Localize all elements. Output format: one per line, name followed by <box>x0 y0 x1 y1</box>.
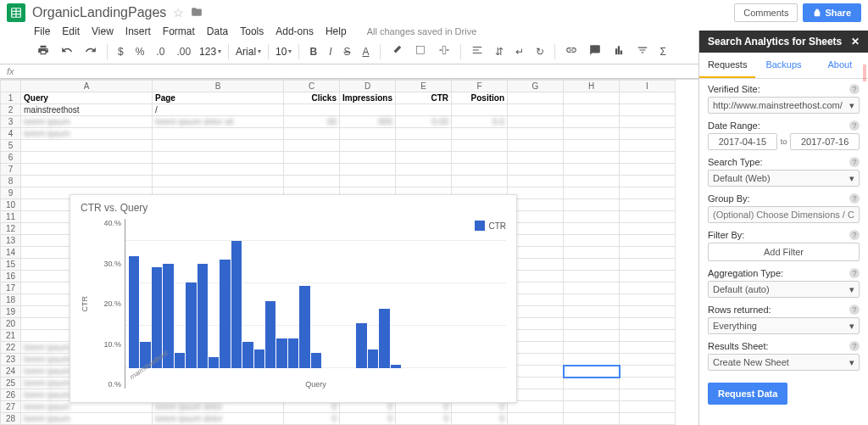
tab-about[interactable]: About <box>812 53 868 78</box>
folder-icon[interactable] <box>191 6 203 20</box>
chart-bar <box>311 353 321 368</box>
share-button[interactable]: Share <box>803 3 861 22</box>
scroll-indicator <box>863 64 866 81</box>
chart-bar <box>379 309 389 368</box>
chart-icon[interactable] <box>609 42 628 60</box>
rows-returned-select[interactable]: Everything ▾ <box>708 317 860 334</box>
comments-button[interactable]: Comments <box>734 3 798 22</box>
chart-bar <box>299 286 309 368</box>
col-header-b[interactable]: B <box>153 81 284 92</box>
link-icon[interactable] <box>562 42 581 60</box>
sidebar-tabs: Requests Backups About <box>699 53 868 79</box>
menu-help[interactable]: Help <box>326 25 347 37</box>
chart-yaxis: 40.% 30.% 20.% 10.% 0.% <box>91 219 125 389</box>
sheets-icon[interactable] <box>7 3 25 22</box>
chart-bar <box>254 350 264 368</box>
search-type-select[interactable]: Default (Web) ▾ <box>708 170 860 187</box>
add-filter-button[interactable]: Add Filter <box>708 243 860 261</box>
chart-bar <box>356 323 366 368</box>
help-icon[interactable]: ? <box>849 305 860 315</box>
chart-plot: mainstreethost Query <box>125 219 506 389</box>
col-header-i[interactable]: I <box>620 81 676 92</box>
col-header-f[interactable]: F <box>452 81 508 92</box>
help-icon[interactable]: ? <box>849 230 860 240</box>
borders-icon[interactable] <box>411 42 430 60</box>
italic-button[interactable]: I <box>326 44 335 59</box>
lock-icon <box>813 8 821 17</box>
menu-addons[interactable]: Add-ons <box>275 25 314 37</box>
menu-file[interactable]: File <box>34 25 50 37</box>
rotate-icon[interactable]: ↻ <box>532 44 548 59</box>
groupby-input[interactable] <box>708 206 860 223</box>
close-icon[interactable]: ✕ <box>851 36 860 48</box>
col-header-g[interactable]: G <box>508 81 564 92</box>
strike-button[interactable]: S <box>340 44 353 59</box>
help-icon[interactable]: ? <box>849 84 860 94</box>
valign-icon[interactable]: ⇵ <box>492 44 507 59</box>
dec-dec-button[interactable]: .0 <box>153 44 168 59</box>
chart-bar <box>265 301 275 368</box>
functions-icon[interactable]: Σ <box>657 44 670 59</box>
text-color-button[interactable]: A <box>359 44 373 59</box>
document-title[interactable]: OrganicLandingPages <box>32 5 166 20</box>
font-family-menu[interactable]: Arial ▾ <box>236 46 261 58</box>
title-row: OrganicLandingPages ☆ Comments Share <box>0 0 868 25</box>
print-icon[interactable] <box>34 42 53 60</box>
verified-site-select[interactable]: http://www.mainstreethost.com/ ▾ <box>708 97 860 114</box>
selected-cell[interactable] <box>564 366 620 377</box>
menu-format[interactable]: Format <box>163 25 195 37</box>
col-header-c[interactable]: C <box>284 81 340 92</box>
undo-icon[interactable] <box>58 42 76 60</box>
help-icon[interactable]: ? <box>849 193 860 204</box>
font-size-menu[interactable]: 10 ▾ <box>275 46 292 58</box>
filter-icon[interactable] <box>633 42 652 60</box>
fill-color-icon[interactable] <box>387 42 406 60</box>
star-icon[interactable]: ☆ <box>173 6 184 20</box>
addon-sidebar: Search Analytics for Sheets ✕ Requests B… <box>698 31 868 425</box>
comment-icon[interactable] <box>586 42 604 60</box>
aggregation-select[interactable]: Default (auto) ▾ <box>708 281 860 298</box>
chart-bar <box>276 338 287 368</box>
sidebar-header: Search Analytics for Sheets ✕ <box>699 31 868 53</box>
menu-insert[interactable]: Insert <box>125 25 151 37</box>
results-sheet-select[interactable]: Create New Sheet ▾ <box>708 354 860 371</box>
dec-inc-button[interactable]: .00 <box>173 44 194 59</box>
chart-title: CTR vs. Query <box>81 202 506 214</box>
menu-data[interactable]: Data <box>207 25 228 37</box>
chart-bar <box>288 338 298 368</box>
col-header-a[interactable]: A <box>21 81 153 92</box>
chart-bar <box>242 342 253 368</box>
menu-edit[interactable]: Edit <box>62 25 80 37</box>
chart-bar <box>129 256 139 368</box>
merge-icon[interactable] <box>435 42 453 60</box>
menu-view[interactable]: View <box>92 25 114 37</box>
chart-bar <box>220 260 230 368</box>
align-icon[interactable] <box>468 42 487 60</box>
help-icon[interactable]: ? <box>849 341 860 351</box>
tab-requests[interactable]: Requests <box>699 53 755 78</box>
chart-card[interactable]: CTR vs. Query CTR CTR 40.% 30.% 20.% 10.… <box>70 194 517 403</box>
percent-button[interactable]: % <box>132 44 148 59</box>
col-header-d[interactable]: D <box>340 81 396 92</box>
help-icon[interactable]: ? <box>849 268 860 278</box>
bold-button[interactable]: B <box>306 44 320 59</box>
col-header-h[interactable]: H <box>564 81 620 92</box>
col-header-e[interactable]: E <box>396 81 452 92</box>
redo-icon[interactable] <box>81 42 100 60</box>
chart-bar <box>175 353 185 368</box>
request-data-button[interactable]: Request Data <box>708 383 787 405</box>
date-to-input[interactable] <box>790 133 860 150</box>
wrap-icon[interactable]: ↵ <box>512 44 527 59</box>
save-status: All changes saved in Drive <box>367 26 477 36</box>
svg-rect-4 <box>416 46 424 53</box>
chart-bar <box>368 350 378 368</box>
number-format-menu[interactable]: 123 ▾ <box>199 46 221 58</box>
currency-button[interactable]: $ <box>114 44 127 59</box>
fx-label: fx <box>7 66 14 76</box>
help-icon[interactable]: ? <box>849 157 860 167</box>
menu-tools[interactable]: Tools <box>240 25 264 37</box>
date-from-input[interactable] <box>708 133 777 150</box>
help-icon[interactable]: ? <box>849 120 860 131</box>
tab-backups[interactable]: Backups <box>755 53 811 78</box>
chart-bar <box>198 264 208 368</box>
